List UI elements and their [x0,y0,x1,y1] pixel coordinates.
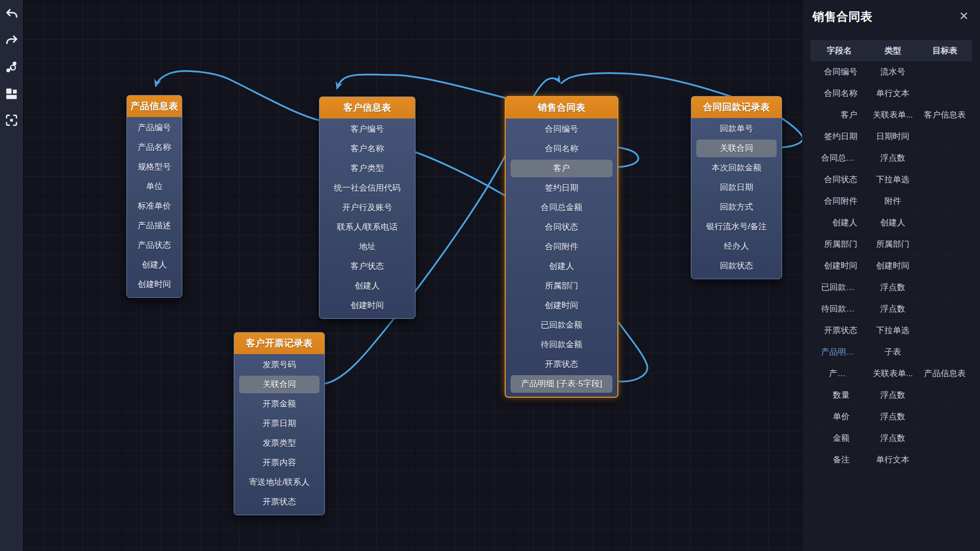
field-row[interactable]: 客户关联表单...客户信息表 [810,104,972,126]
entity-field[interactable]: 发票号码 [234,355,324,375]
entity-table-customer[interactable]: 客户信息表客户编号客户名称客户类型统一社会信用代码开户行及账号联系人/联系电话地… [319,96,416,319]
field-row[interactable]: 待回款金额浮点数 [810,298,972,320]
field-name-cell: 待回款金额 [810,303,868,314]
field-row[interactable]: 单价浮点数 [810,406,972,428]
entity-field[interactable]: 经办人 [691,237,782,256]
entity-field[interactable]: 客户名称 [319,139,415,159]
entity-field[interactable]: 统一社会信用代码 [319,178,415,198]
entity-table-title[interactable]: 产品信息表 [127,96,182,117]
field-name-cell: 创建人 [810,217,868,228]
entity-field[interactable]: 地址 [319,237,415,257]
entity-field[interactable]: 开票金额 [234,394,324,414]
field-name-cell: 备注 [810,454,868,465]
field-row[interactable]: 合同总金额浮点数 [810,147,972,169]
entity-field[interactable]: 产品名称 [127,138,182,157]
entity-field-relation[interactable]: 客户 [511,160,612,177]
field-row[interactable]: 创建时间创建时间 [810,255,972,277]
entity-field[interactable]: 合同编号 [506,120,617,139]
field-name-cell: 产品明细 [子表·5字段] [810,346,868,358]
entity-field-relation[interactable]: 关联合同 [239,376,319,393]
entity-field[interactable]: 创建时间 [127,275,182,294]
close-icon[interactable]: ✕ [956,9,971,24]
entity-table-title[interactable]: 销售合同表 [506,97,617,119]
field-name-cell: 合同编号 [810,66,868,77]
field-row[interactable]: 所属部门所属部门 [810,234,972,255]
entity-table-fields: 客户编号客户名称客户类型统一社会信用代码开户行及账号联系人/联系电话地址客户状态… [319,119,415,318]
entity-field[interactable]: 产品状态 [127,236,182,255]
field-row[interactable]: 数量浮点数 [810,384,972,406]
field-row[interactable]: 开票状态下拉单选 [810,320,972,341]
entity-field[interactable]: 开票内容 [234,453,324,473]
field-row[interactable]: 合同附件附件 [810,191,972,212]
entity-table-fields: 发票号码关联合同开票金额开票日期发票类型开票内容寄送地址/联系人开票状态 [234,354,324,515]
field-name-cell: 合同总金额 [810,152,868,164]
entity-field[interactable]: 回款状态 [691,256,782,276]
field-name-cell: 合同附件 [810,195,868,207]
entity-field[interactable]: 产品描述 [127,216,182,236]
field-type-cell: 浮点数 [868,303,917,314]
entity-field-relation[interactable]: 关联合同 [696,140,777,157]
entity-table-contract[interactable]: 销售合同表合同编号合同名称客户签约日期合同总金额合同状态合同附件创建人所属部门创… [505,96,618,398]
entity-field[interactable]: 开票状态 [506,355,617,374]
field-row[interactable]: 备注单行文本 [810,449,972,471]
entity-field[interactable]: 回款方式 [691,197,782,217]
auto-layout-button[interactable] [4,86,19,101]
undo-button[interactable] [4,7,19,22]
entity-field[interactable]: 发票类型 [234,433,324,453]
entity-field[interactable]: 回款单号 [691,119,782,139]
field-row[interactable]: 合同编号流水号 [810,61,972,83]
entity-field[interactable]: 开票状态 [234,492,324,512]
entity-field[interactable]: 创建时间 [506,296,617,315]
entity-field[interactable]: 产品编号 [127,118,182,138]
entity-field[interactable]: 客户编号 [319,120,415,139]
entity-field[interactable]: 客户状态 [319,257,415,276]
entity-field[interactable]: 客户类型 [319,159,415,178]
entity-table-title[interactable]: 客户开票记录表 [234,333,324,354]
entity-field[interactable]: 单位 [127,177,182,196]
field-row[interactable]: 合同状态下拉单选 [810,169,972,191]
field-name-cell: 产品选择 [810,368,868,379]
entity-field[interactable]: 待回款金额 [506,335,617,355]
entity-field[interactable]: 本次回款金额 [691,158,782,178]
entity-field[interactable]: 合同状态 [506,217,617,237]
entity-table-title[interactable]: 客户信息表 [319,97,415,119]
fit-view-button[interactable] [4,113,19,127]
field-table: 字段名 类型 目标表 合同编号流水号合同名称单行文本客户关联表单...客户信息表… [803,40,980,471]
entity-field[interactable]: 所属部门 [506,276,617,296]
entity-field[interactable]: 开户行及账号 [319,198,415,217]
field-row[interactable]: 签约日期日期时间 [810,126,972,147]
entity-field[interactable]: 规格型号 [127,157,182,177]
entity-table-title[interactable]: 合同回款记录表 [691,96,782,118]
relations-button[interactable] [4,60,19,74]
entity-field[interactable]: 回款日期 [691,178,782,197]
field-type-cell: 流水号 [868,66,917,77]
redo-button[interactable] [4,33,19,48]
entity-field[interactable]: 已回款金额 [506,315,617,335]
entity-table-invoice[interactable]: 客户开票记录表发票号码关联合同开票金额开票日期发票类型开票内容寄送地址/联系人开… [234,332,325,515]
entity-field[interactable]: 合同附件 [506,237,617,257]
undo-icon [5,8,18,21]
field-row[interactable]: 产品选择关联表单...产品信息表 [810,363,972,384]
entity-field[interactable]: 合同总金额 [506,198,617,217]
entity-field[interactable]: 寄送地址/联系人 [234,473,324,492]
entity-field[interactable]: 合同名称 [506,139,617,159]
field-row[interactable]: 合同名称单行文本 [810,83,972,104]
field-row[interactable]: 金额浮点数 [810,428,972,449]
entity-table-product[interactable]: 产品信息表产品编号产品名称规格型号单位标准单价产品描述产品状态创建人创建时间 [126,95,182,298]
entity-field[interactable]: 创建时间 [319,296,415,315]
field-row[interactable]: 产品明细 [子表·5字段]子表 [810,341,972,363]
field-type-cell: 关联表单... [868,368,917,379]
field-row[interactable]: 创建人创建人 [810,212,972,234]
entity-field[interactable]: 标准单价 [127,196,182,216]
entity-field[interactable]: 联系人/联系电话 [319,217,415,237]
field-row[interactable]: 已回款金额浮点数 [810,277,972,298]
entity-field[interactable]: 创建人 [319,276,415,296]
field-type-cell: 所属部门 [868,239,917,250]
entity-table-repayment[interactable]: 合同回款记录表回款单号关联合同本次回款金额回款日期回款方式银行流水号/备注经办人… [691,96,782,279]
entity-field[interactable]: 银行流水号/备注 [691,217,782,237]
entity-field[interactable]: 签约日期 [506,178,617,198]
entity-field[interactable]: 创建人 [127,255,182,275]
entity-field-relation[interactable]: 产品明细 [子表·5字段] [511,375,612,393]
entity-field[interactable]: 创建人 [506,257,617,276]
entity-field[interactable]: 开票日期 [234,414,324,433]
